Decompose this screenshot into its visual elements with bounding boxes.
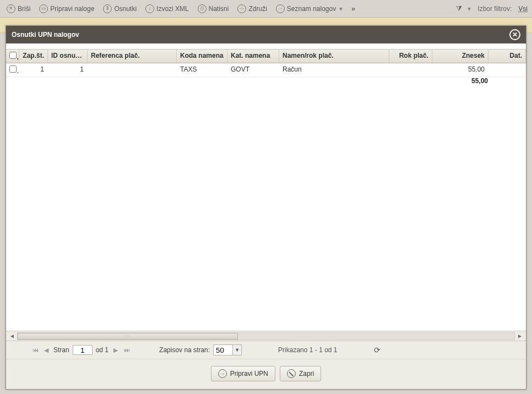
- cancel-icon: [287, 369, 296, 378]
- table-row[interactable]: 1 1 TAXS GOVT Račun 55,00: [6, 63, 526, 77]
- order-list-label: Seznam nalogov: [287, 5, 336, 13]
- page-size-label: Zapisov na stran:: [159, 346, 210, 354]
- page-label: Stran: [53, 346, 69, 354]
- header-koda[interactable]: Koda namena: [177, 50, 227, 63]
- chevron-down-icon: ▾: [339, 5, 343, 13]
- cell-koda: TAXS: [177, 63, 227, 76]
- header-dat[interactable]: Dat.: [488, 50, 526, 63]
- prepare-orders-label: Pripravi naloge: [50, 5, 94, 13]
- cell-dat: [488, 63, 526, 76]
- close-button[interactable]: Zapri: [280, 366, 321, 381]
- header-checkbox[interactable]: [6, 50, 19, 63]
- select-all-checkbox[interactable]: [9, 52, 17, 59]
- chevron-down-icon[interactable]: ▾: [468, 5, 471, 13]
- cell-ref: [88, 63, 177, 76]
- cell-kat: GOVT: [227, 63, 279, 76]
- last-page-button[interactable]: ⏭: [123, 347, 131, 353]
- header-rok[interactable]: Rok plač.: [389, 50, 432, 63]
- horizontal-scrollbar[interactable]: ◄ ∙∙∙ ►: [6, 331, 526, 341]
- merge-label: Združi: [248, 5, 267, 13]
- drafts-button[interactable]: Ⅱ Osnutki: [101, 3, 139, 14]
- next-page-button[interactable]: ▶: [112, 347, 120, 354]
- export-icon: ↓: [145, 4, 154, 13]
- arrow-right-icon: →: [276, 4, 285, 13]
- header-namen[interactable]: Namen/rok plač.: [279, 50, 389, 63]
- filter-icon[interactable]: ⧩: [456, 4, 462, 13]
- filter-all-link[interactable]: Vsi: [518, 5, 528, 13]
- prev-page-button[interactable]: ◀: [42, 347, 50, 354]
- print-button[interactable]: ⎙ Natisni: [196, 3, 231, 14]
- grid: Zap.št. ID osnutka Referenca plač. Koda …: [6, 49, 526, 359]
- merge-button[interactable]: ↔ Združi: [235, 3, 269, 14]
- cell-namen: Račun: [279, 63, 389, 76]
- page-input[interactable]: [73, 345, 93, 355]
- drafts-modal: Osnutki UPN nalogov ✕ Zap.št. ID osnutka…: [6, 25, 526, 390]
- grid-body: 1 1 TAXS GOVT Račun 55,00 55,00: [6, 63, 526, 331]
- header-znesek[interactable]: Znesek: [432, 50, 488, 63]
- print-icon: ⎙: [198, 4, 207, 13]
- print-label: Natisni: [209, 5, 229, 13]
- header-kat[interactable]: Kat. namena: [227, 50, 279, 63]
- filter-select-label: Izbor filtrov:: [477, 5, 512, 13]
- header-zap[interactable]: Zap.št.: [19, 50, 48, 63]
- close-icon[interactable]: ✕: [509, 29, 520, 40]
- main-toolbar: ✕ Briši ▭ Pripravi naloge Ⅱ Osnutki ↓ Iz…: [0, 0, 532, 18]
- arrow-right-icon: →: [218, 369, 227, 378]
- grid-header: Zap.št. ID osnutka Referenca plač. Koda …: [6, 49, 526, 63]
- row-checkbox-cell[interactable]: [6, 63, 19, 76]
- pause-icon: Ⅱ: [103, 4, 112, 13]
- close-label: Zapri: [299, 370, 314, 377]
- x-icon: ✕: [7, 4, 15, 13]
- prepare-upn-label: Pripravi UPN: [230, 370, 268, 377]
- chevron-down-icon[interactable]: ▼: [232, 345, 241, 355]
- paging-status: Prikazano 1 - 1 od 1: [278, 346, 337, 354]
- scroll-right-icon[interactable]: ►: [516, 332, 524, 340]
- overflow-button[interactable]: »: [349, 5, 357, 13]
- header-id[interactable]: ID osnutka: [48, 50, 88, 63]
- export-xml-label: Izvozi XML: [156, 5, 189, 13]
- header-ref[interactable]: Referenca plač.: [88, 50, 177, 63]
- document-icon: ▭: [39, 4, 48, 13]
- scroll-thumb[interactable]: ∙∙∙: [18, 333, 238, 340]
- cell-zap: 1: [19, 63, 48, 76]
- row-checkbox[interactable]: [9, 65, 17, 73]
- scroll-left-icon[interactable]: ◄: [8, 332, 16, 340]
- page-size-combo[interactable]: ▼: [213, 344, 242, 355]
- prepare-orders-button[interactable]: ▭ Pripravi naloge: [37, 3, 96, 14]
- export-xml-button[interactable]: ↓ Izvozi XML: [143, 3, 191, 14]
- page-size-input[interactable]: [214, 345, 232, 355]
- page-of-label: od 1: [96, 346, 108, 354]
- scroll-track[interactable]: ∙∙∙: [17, 332, 515, 340]
- total-znesek: 55,00: [432, 77, 488, 85]
- delete-button[interactable]: ✕ Briši: [4, 3, 32, 14]
- modal-actions: → Pripravi UPN Zapri: [6, 359, 526, 389]
- delete-label: Briši: [18, 5, 30, 13]
- refresh-icon[interactable]: ⟳: [374, 346, 381, 354]
- merge-icon: ↔: [237, 4, 246, 13]
- prepare-upn-button[interactable]: → Pripravi UPN: [211, 366, 275, 381]
- modal-header: Osnutki UPN nalogov ✕: [6, 26, 526, 43]
- cell-id: 1: [48, 63, 88, 76]
- cell-rok: [389, 63, 432, 76]
- grid-total-row: 55,00: [6, 77, 526, 85]
- paging-bar: ⏮ ◀ Stran od 1 ▶ ⏭ Zapisov na stran: ▼ P…: [6, 341, 526, 359]
- drafts-label: Osnutki: [114, 5, 137, 13]
- first-page-button[interactable]: ⏮: [31, 347, 39, 353]
- cell-znesek: 55,00: [432, 63, 488, 76]
- order-list-button[interactable]: → Seznam nalogov ▾: [274, 3, 345, 14]
- modal-title: Osnutki UPN nalogov: [12, 31, 79, 39]
